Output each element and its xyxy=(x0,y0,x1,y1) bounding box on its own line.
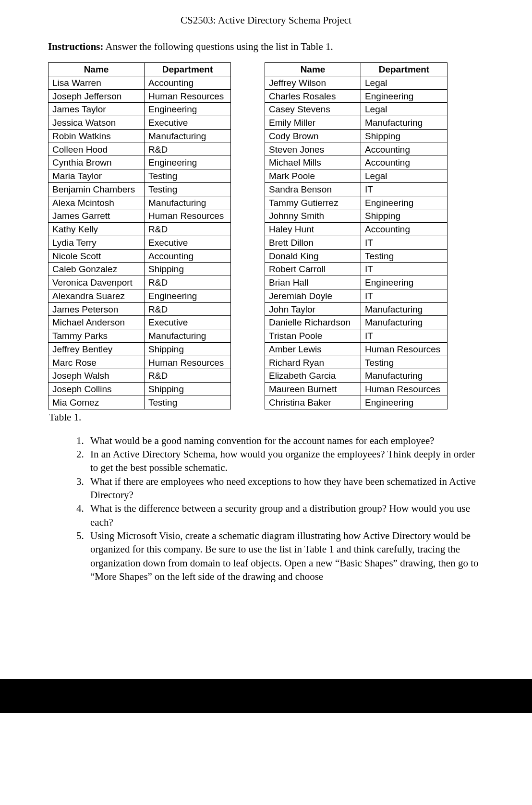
cell-name: Amber Lewis xyxy=(265,342,361,356)
table-row: Amber LewisHuman Resources xyxy=(265,342,447,356)
cell-dept: Shipping xyxy=(361,129,447,143)
cell-dept: Engineering xyxy=(361,196,447,209)
cell-dept: Engineering xyxy=(361,89,447,103)
cell-dept: Manufacturing xyxy=(361,302,447,316)
cell-name: Maria Taylor xyxy=(48,169,145,183)
table-row: Joseph CollinsShipping xyxy=(48,383,231,396)
table-row: Haley HuntAccounting xyxy=(265,223,447,236)
cell-dept: Engineering xyxy=(145,156,231,169)
cell-name: Emily Miller xyxy=(265,116,361,130)
question-item: What would be a good naming convention f… xyxy=(86,434,484,447)
table-row: James GarrettHuman Resources xyxy=(48,209,231,223)
cell-name: Charles Rosales xyxy=(265,89,361,103)
cell-name: Tammy Gutierrez xyxy=(265,196,361,209)
cell-dept: IT xyxy=(361,329,447,343)
cell-dept: Shipping xyxy=(145,383,231,396)
cell-name: Jeffrey Wilson xyxy=(265,76,361,89)
cell-name: Jeremiah Doyle xyxy=(265,289,361,302)
col-header-name: Name xyxy=(48,63,145,76)
cell-name: Caleb Gonzalez xyxy=(48,263,145,276)
cell-dept: Human Resources xyxy=(361,342,447,356)
table-row: Lydia TerryExecutive xyxy=(48,236,231,249)
employee-table-left: Name Department Lisa WarrenAccountingJos… xyxy=(48,62,231,409)
cell-name: Veronica Davenport xyxy=(48,276,145,289)
table-row: Jeffrey WilsonLegal xyxy=(265,76,447,89)
cell-name: Haley Hunt xyxy=(265,223,361,236)
cell-name: Colleen Hood xyxy=(48,143,145,156)
table-row: Steven JonesAccounting xyxy=(265,143,447,156)
cell-name: Lisa Warren xyxy=(48,76,145,89)
table-row: Jeffrey BentleyShipping xyxy=(48,342,231,356)
table-row: Cynthia BrownEngineering xyxy=(48,156,231,169)
table-row: Richard RyanTesting xyxy=(265,356,447,369)
table-row: Danielle RichardsonManufacturing xyxy=(265,316,447,329)
cell-dept: R&D xyxy=(145,223,231,236)
table-row: Joseph WalshR&D xyxy=(48,369,231,383)
cell-name: Robert Carroll xyxy=(265,263,361,276)
col-header-dept: Department xyxy=(361,63,447,76)
cell-dept: Testing xyxy=(145,169,231,183)
table-row: Alexa McintoshManufacturing xyxy=(48,196,231,209)
cell-name: Kathy Kelly xyxy=(48,223,145,236)
cell-dept: Shipping xyxy=(361,209,447,223)
cell-name: Maureen Burnett xyxy=(265,383,361,396)
cell-name: Steven Jones xyxy=(265,143,361,156)
cell-dept: R&D xyxy=(145,276,231,289)
cell-dept: Manufacturing xyxy=(361,116,447,130)
table-row: Colleen HoodR&D xyxy=(48,143,231,156)
table-row: Michael MillsAccounting xyxy=(265,156,447,169)
table-row: Maureen BurnettHuman Resources xyxy=(265,383,447,396)
instructions-text: Answer the following questions using the… xyxy=(104,41,333,52)
cell-dept: IT xyxy=(361,289,447,302)
col-header-name: Name xyxy=(265,63,361,76)
cell-name: Mark Poole xyxy=(265,169,361,183)
table-row: Veronica DavenportR&D xyxy=(48,276,231,289)
cell-dept: Accounting xyxy=(361,156,447,169)
cell-dept: R&D xyxy=(145,369,231,383)
cell-name: Johnny Smith xyxy=(265,209,361,223)
cell-dept: IT xyxy=(361,182,447,196)
table-row: Maria TaylorTesting xyxy=(48,169,231,183)
table-row: Michael AndersonExecutive xyxy=(48,316,231,329)
cell-dept: Accounting xyxy=(145,76,231,89)
cell-dept: Legal xyxy=(361,169,447,183)
table-row: Jeremiah DoyleIT xyxy=(265,289,447,302)
table-row: John TaylorManufacturing xyxy=(265,302,447,316)
cell-name: Joseph Walsh xyxy=(48,369,145,383)
cell-name: Robin Watkins xyxy=(48,129,145,143)
cell-dept: IT xyxy=(361,263,447,276)
cell-dept: Manufacturing xyxy=(145,129,231,143)
cell-name: Nicole Scott xyxy=(48,249,145,263)
cell-dept: R&D xyxy=(145,302,231,316)
table-row: Elizabeth GarciaManufacturing xyxy=(265,369,447,383)
table-row: Mark PooleLegal xyxy=(265,169,447,183)
table-row: Alexandra SuarezEngineering xyxy=(48,289,231,302)
cell-name: Marc Rose xyxy=(48,356,145,369)
cell-dept: Manufacturing xyxy=(361,369,447,383)
cell-dept: Manufacturing xyxy=(361,316,447,329)
table-row: James PetersonR&D xyxy=(48,302,231,316)
cell-dept: Engineering xyxy=(145,103,231,116)
cell-name: James Taylor xyxy=(48,103,145,116)
cell-dept: Accounting xyxy=(145,249,231,263)
cell-dept: Manufacturing xyxy=(145,196,231,209)
cell-dept: Testing xyxy=(361,249,447,263)
cell-dept: Legal xyxy=(361,103,447,116)
table-row: Robin WatkinsManufacturing xyxy=(48,129,231,143)
cell-name: Brett Dillon xyxy=(265,236,361,249)
cell-dept: Engineering xyxy=(145,289,231,302)
cell-dept: Accounting xyxy=(361,143,447,156)
table-row: Tammy GutierrezEngineering xyxy=(265,196,447,209)
cell-name: Sandra Benson xyxy=(265,182,361,196)
question-item: In an Active Directory Schema, how would… xyxy=(86,447,484,475)
table-row: Benjamin ChambersTesting xyxy=(48,182,231,196)
cell-dept: Engineering xyxy=(361,396,447,409)
instructions-line: Instructions: Answer the following quest… xyxy=(48,41,484,53)
cell-dept: Executive xyxy=(145,316,231,329)
cell-dept: IT xyxy=(361,236,447,249)
cell-dept: Human Resources xyxy=(145,209,231,223)
table-row: Lisa WarrenAccounting xyxy=(48,76,231,89)
cell-name: Jeffrey Bentley xyxy=(48,342,145,356)
cell-name: Elizabeth Garcia xyxy=(265,369,361,383)
cell-dept: Executive xyxy=(145,236,231,249)
